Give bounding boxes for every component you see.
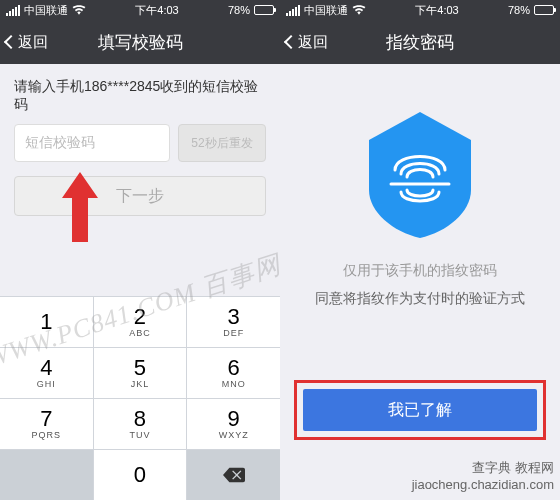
battery-pct: 78% <box>508 4 530 16</box>
key-5[interactable]: 5JKL <box>94 348 187 398</box>
key-8[interactable]: 8TUV <box>94 399 187 449</box>
back-label: 返回 <box>18 33 48 52</box>
status-time: 下午4:03 <box>415 3 458 18</box>
back-button[interactable]: 返回 <box>286 33 328 52</box>
key-digit: 6 <box>228 357 240 379</box>
carrier: 中国联通 <box>304 3 348 18</box>
back-button[interactable]: 返回 <box>6 33 48 52</box>
battery-icon <box>534 5 554 15</box>
nav-bar: 返回 指纹密码 <box>280 20 560 64</box>
fingerprint-screen: 中国联通 下午4:03 78% 返回 指纹密码 <box>280 0 560 500</box>
key-digit: 3 <box>228 306 240 328</box>
carrier: 中国联通 <box>24 3 68 18</box>
instruction-text: 请输入手机186****2845收到的短信校验码 <box>0 64 280 124</box>
key-letters: TUV <box>129 430 150 440</box>
page-title: 填写校验码 <box>98 31 183 54</box>
back-label: 返回 <box>298 33 328 52</box>
key-digit: 9 <box>228 408 240 430</box>
page-title: 指纹密码 <box>386 31 454 54</box>
status-time: 下午4:03 <box>135 3 178 18</box>
key-letters: DEF <box>223 328 244 338</box>
wifi-icon <box>72 5 86 15</box>
content-area: 请输入手机186****2845收到的短信校验码 短信校验码 52秒后重发 下一… <box>0 64 280 296</box>
key-digit: 8 <box>134 408 146 430</box>
key-letters: WXYZ <box>219 430 249 440</box>
resend-button: 52秒后重发 <box>178 124 266 162</box>
key-digit: 5 <box>134 357 146 379</box>
key-digit: 0 <box>134 464 146 486</box>
chevron-left-icon <box>4 35 18 49</box>
fingerprint-subtitle: 仅用于该手机的指纹密码 <box>280 262 560 280</box>
key-digit: 7 <box>40 408 52 430</box>
nav-bar: 返回 填写校验码 <box>0 20 280 64</box>
fingerprint-shield-icon <box>365 112 475 238</box>
fingerprint-consent-text: 同意将指纹作为支付时的验证方式 <box>280 290 560 308</box>
understood-button[interactable]: 我已了解 <box>303 389 537 431</box>
next-button[interactable]: 下一步 <box>14 176 266 216</box>
status-bar: 中国联通 下午4:03 78% <box>0 0 280 20</box>
sms-code-input[interactable]: 短信校验码 <box>14 124 170 162</box>
key-letters: JKL <box>131 379 150 389</box>
signal-icon <box>6 5 20 16</box>
key-digit: 4 <box>40 357 52 379</box>
key-backspace[interactable] <box>187 450 280 500</box>
highlight-arrow <box>58 172 102 242</box>
key-empty <box>0 450 93 500</box>
key-letters: PQRS <box>32 430 62 440</box>
key-letters: GHI <box>37 379 56 389</box>
status-bar: 中国联通 下午4:03 78% <box>280 0 560 20</box>
signal-icon <box>286 5 300 16</box>
key-letters: MNO <box>222 379 246 389</box>
content-area: 仅用于该手机的指纹密码 同意将指纹作为支付时的验证方式 我已了解 <box>280 64 560 500</box>
battery-pct: 78% <box>228 4 250 16</box>
source-watermark: 查字典 教程网 jiaocheng.chazidian.com <box>412 460 554 494</box>
chevron-left-icon <box>284 35 298 49</box>
cta-highlight-box: 我已了解 <box>294 380 546 440</box>
key-7[interactable]: 7PQRS <box>0 399 93 449</box>
key-0[interactable]: 0 <box>94 450 187 500</box>
battery-icon <box>254 5 274 15</box>
key-9[interactable]: 9WXYZ <box>187 399 280 449</box>
key-6[interactable]: 6MNO <box>187 348 280 398</box>
verify-code-screen: 中国联通 下午4:03 78% 返回 填写校验码 请输入手机186****284… <box>0 0 280 500</box>
wifi-icon <box>352 5 366 15</box>
backspace-icon <box>223 467 245 483</box>
